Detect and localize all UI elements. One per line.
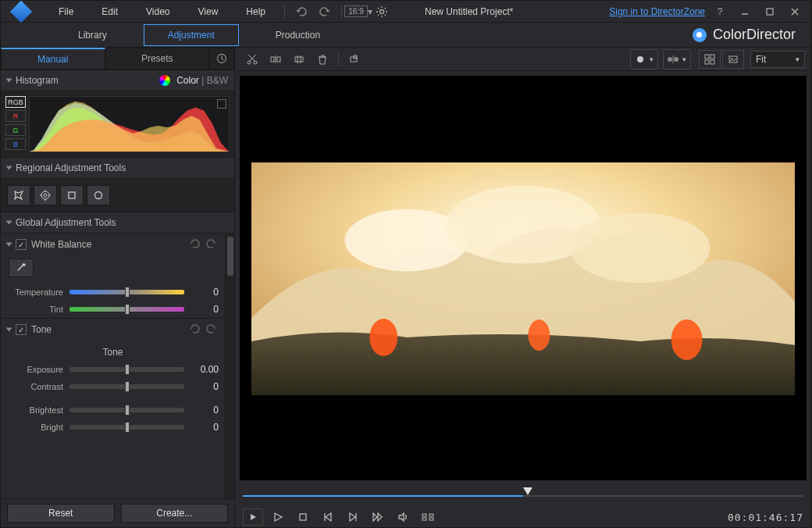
white-balance-header[interactable]: ✓ White Balance (1, 234, 225, 255)
aspect-ratio-icon[interactable]: 16:9▾ (349, 2, 368, 21)
channel-rgb-button[interactable]: RGB (5, 96, 26, 108)
volume-button[interactable] (393, 508, 413, 526)
stop-button[interactable] (293, 508, 313, 526)
minimize-icon[interactable] (735, 4, 755, 20)
app-logo-icon (10, 0, 32, 22)
contrast-slider[interactable] (69, 384, 184, 389)
menu-file[interactable]: File (45, 3, 87, 20)
subtab-manual[interactable]: Manual (1, 48, 105, 70)
brightest-value[interactable]: 0 (191, 405, 219, 416)
collapse-icon (6, 243, 12, 247)
subtab-presets[interactable]: Presets (105, 48, 210, 70)
collapse-icon (6, 221, 12, 225)
undo-icon[interactable] (292, 2, 311, 21)
exposure-value[interactable]: 0.00 (191, 364, 219, 375)
zoom-select[interactable]: Fit▾ (750, 51, 805, 68)
single-view-icon[interactable] (631, 50, 650, 69)
undo-icon[interactable] (189, 323, 201, 336)
circle-tool-icon[interactable] (87, 185, 110, 205)
caret-icon[interactable]: ▾ (682, 55, 690, 63)
svg-point-13 (254, 61, 257, 64)
redo-icon[interactable] (206, 323, 219, 336)
brightest-label: Brightest (7, 405, 63, 415)
grid-view-icon[interactable] (699, 50, 721, 69)
mask-selection-tool-icon[interactable] (7, 185, 30, 205)
cut-tool-icon[interactable] (241, 50, 263, 69)
playhead-icon[interactable] (523, 487, 532, 495)
timeline[interactable] (243, 491, 803, 501)
brightest-slider[interactable] (69, 408, 184, 412)
delete-tool-icon[interactable] (312, 50, 333, 69)
tab-adjustment[interactable]: Adjustment (144, 24, 239, 46)
histogram-title: Histogram (16, 75, 59, 86)
rect-tool-icon[interactable] (60, 185, 84, 205)
fast-forward-button[interactable] (368, 508, 388, 526)
signin-link[interactable]: Sign in to DirectorZone (609, 6, 705, 17)
global-header[interactable]: Global Adjustment Tools (1, 212, 234, 234)
create-button[interactable]: Create... (121, 504, 229, 523)
play-button[interactable] (268, 508, 288, 526)
temperature-value[interactable]: 0 (191, 287, 219, 298)
split-tool-icon[interactable] (265, 50, 287, 69)
trim-tool-icon[interactable] (288, 50, 310, 69)
menu-video[interactable]: Video (132, 3, 183, 20)
redo-icon[interactable] (315, 2, 334, 21)
eyedropper-tool-icon[interactable] (9, 259, 34, 277)
color-bw-toggle[interactable]: Color | B&W (176, 75, 228, 86)
svg-point-25 (674, 57, 678, 62)
playback-bar: 00:01:46:17 (235, 485, 811, 527)
menu-edit[interactable]: Edit (87, 3, 132, 20)
channel-g-button[interactable]: G (5, 124, 26, 136)
regional-title: Regional Adjustment Tools (16, 162, 126, 173)
snapshot-button[interactable] (418, 508, 438, 526)
redo-icon[interactable] (206, 238, 219, 251)
color-wheel-icon[interactable] (159, 75, 170, 86)
separator (284, 5, 285, 19)
sidebar-scrollbar[interactable] (225, 234, 234, 498)
tint-label: Tint (7, 305, 63, 314)
help-icon[interactable]: ? (710, 4, 730, 20)
subtab-history-icon[interactable] (209, 48, 234, 70)
svg-rect-39 (300, 514, 306, 520)
tint-slider[interactable] (69, 307, 184, 312)
tone-checkbox[interactable]: ✓ (16, 324, 27, 335)
undo-icon[interactable] (189, 238, 201, 251)
radial-tool-icon[interactable] (34, 185, 57, 205)
reset-button[interactable]: Reset (7, 504, 115, 523)
exposure-slider[interactable] (69, 367, 184, 372)
caret-icon[interactable]: ▾ (650, 55, 657, 63)
tint-value[interactable]: 0 (191, 304, 219, 315)
tone-header[interactable]: ✓ Tone (1, 319, 225, 341)
temperature-slider[interactable] (69, 290, 184, 294)
contrast-label: Contrast (7, 382, 63, 391)
histogram-header[interactable]: Histogram Color | B&W (1, 70, 234, 91)
expand-histogram-icon[interactable] (217, 99, 226, 109)
contrast-value[interactable]: 0 (191, 381, 219, 392)
tab-library[interactable]: Library (54, 24, 131, 46)
app-brand: ColorDirector (693, 27, 811, 43)
menu-view[interactable]: View (184, 3, 233, 20)
svg-point-23 (668, 57, 672, 62)
video-canvas[interactable] (240, 76, 807, 480)
full-view-icon[interactable] (722, 50, 744, 69)
regional-header[interactable]: Regional Adjustment Tools (1, 157, 234, 179)
svg-rect-2 (767, 9, 773, 15)
prev-frame-button[interactable] (318, 508, 338, 526)
maximize-icon[interactable] (760, 4, 780, 20)
play-clip-button[interactable] (243, 508, 263, 526)
exposure-label: Exposure (7, 365, 63, 374)
bright-slider[interactable] (69, 425, 184, 430)
crop-tool-icon[interactable] (344, 50, 365, 69)
settings-gear-icon[interactable] (372, 2, 391, 21)
svg-point-11 (95, 192, 102, 199)
menu-help[interactable]: Help (232, 3, 280, 20)
white-balance-checkbox[interactable]: ✓ (16, 239, 27, 250)
svg-rect-17 (295, 57, 303, 62)
next-frame-button[interactable] (343, 508, 363, 526)
bright-value[interactable]: 0 (191, 422, 219, 433)
channel-b-button[interactable]: B (5, 138, 26, 150)
tab-production[interactable]: Production (251, 24, 344, 46)
channel-r-button[interactable]: R (5, 110, 26, 122)
split-view-icon[interactable] (664, 50, 682, 69)
close-icon[interactable] (785, 4, 805, 20)
